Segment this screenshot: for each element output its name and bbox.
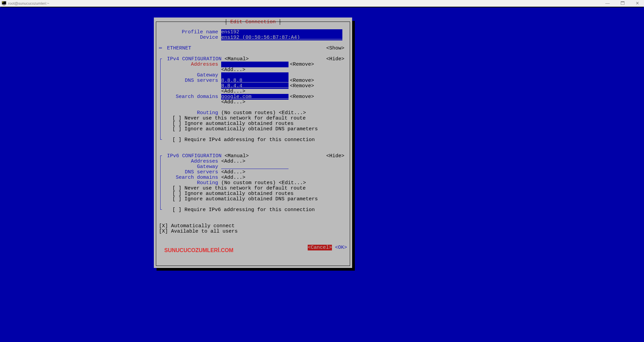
ipv6-hide-button[interactable]: <Hide>: [326, 153, 344, 159]
ipv6-ignore-dns-label: Ignore automatically obtained DNS parame…: [184, 196, 318, 202]
ipv6-require-checkbox[interactable]: [ ]: [172, 207, 181, 213]
ipv6-gateway-input[interactable]: [221, 164, 289, 169]
ipv4-routing-value: (No custom routes): [221, 110, 276, 116]
ipv4-dns1-remove-button[interactable]: <Remove>: [290, 78, 314, 83]
ipv4-address-add-button[interactable]: <Add...>: [221, 67, 245, 73]
ipv6-routing-value: (No custom routes): [221, 180, 276, 186]
all-users-label: Available to all users: [171, 229, 238, 234]
ipv6-mode-select[interactable]: <Manual>: [225, 153, 249, 159]
ipv4-ignore-dns-label: Ignore automatically obtained DNS parame…: [184, 126, 318, 132]
ipv4-ignore-dns-checkbox[interactable]: [ ]: [172, 126, 181, 132]
watermark-text: SUNUCUCOZUMLERİ.COM: [164, 247, 233, 253]
ipv6-gateway-label: Gateway: [167, 164, 218, 170]
ipv6-routing-edit-button[interactable]: <Edit...>: [279, 180, 306, 186]
ipv4-routing-label: Routing: [167, 110, 218, 116]
ipv6-routing-label: Routing: [167, 180, 218, 186]
ipv4-hide-button[interactable]: <Hide>: [326, 56, 344, 62]
auto-connect-checkbox[interactable]: [X]: [159, 223, 168, 229]
ipv4-dns2-remove-button[interactable]: <Remove>: [290, 83, 314, 89]
ipv4-routing-edit-button[interactable]: <Edit...>: [279, 110, 306, 116]
auto-connect-label: Automatically connect: [171, 223, 235, 229]
ipv4-dns-label: DNS servers: [167, 78, 218, 83]
ethernet-collapse-icon[interactable]: ═: [159, 45, 167, 51]
device-input[interactable]: ens192 (00:50:56:B7:87:A4): [221, 35, 342, 40]
ipv4-require-label: Require IPv4 addressing for this connect…: [184, 137, 315, 143]
ethernet-show-button[interactable]: <Show>: [326, 45, 344, 51]
ipv4-gateway-label: Gateway: [167, 72, 218, 78]
profile-name-label: Profile name: [167, 29, 218, 35]
ipv6-tree-open: ┌: [159, 153, 167, 159]
ok-button[interactable]: <OK>: [335, 245, 347, 250]
ipv4-dns1-input[interactable]: 8.8.8.8: [221, 78, 289, 83]
ipv4-gateway-input[interactable]: [221, 72, 289, 78]
putty-icon: [1, 1, 7, 6]
ipv4-tree-open: ┌: [159, 56, 167, 62]
ipv6-section-label: IPv6 CONFIGURATION: [167, 153, 222, 159]
ipv4-mode-select[interactable]: <Manual>: [225, 56, 249, 62]
ipv6-dns-add-button[interactable]: <Add...>: [221, 169, 245, 175]
minimize-button[interactable]: —: [602, 1, 613, 6]
cancel-button[interactable]: <Cancel>: [308, 245, 332, 250]
ipv6-require-label: Require IPv6 addressing for this connect…: [184, 207, 315, 213]
ipv6-never-default-checkbox[interactable]: [ ]: [172, 185, 181, 191]
svg-rect-1: [3, 5, 5, 5]
ipv4-dns-add-button[interactable]: <Add...>: [221, 89, 245, 94]
ipv6-address-add-button[interactable]: <Add...>: [221, 159, 245, 164]
terminal-area: ┤ Edit Connection ├ Profile name ens192 …: [0, 7, 644, 342]
ipv4-search-label: Search domains: [167, 94, 218, 100]
maximize-button[interactable]: 🗖: [617, 1, 628, 6]
profile-name-input[interactable]: ens192: [221, 29, 342, 35]
ipv6-never-default-label: Never use this network for default route: [184, 185, 306, 191]
ipv4-search-remove-button[interactable]: <Remove>: [290, 94, 314, 100]
ipv4-addresses-label: Addresses: [167, 62, 218, 67]
ipv4-dns2-input[interactable]: 8.8.4.4: [221, 83, 289, 89]
ipv6-search-label: Search domains: [167, 175, 218, 180]
ipv4-never-default-label: Never use this network for default route: [184, 115, 306, 121]
close-button[interactable]: ✕: [632, 1, 643, 6]
window-titlebar: root@sunucucozumleri:~ — 🗖 ✕: [0, 0, 644, 7]
ipv6-dns-label: DNS servers: [167, 169, 218, 175]
edit-connection-dialog: ┤ Edit Connection ├ Profile name ens192 …: [154, 18, 352, 268]
svg-rect-2: [2, 2, 3, 2]
ipv4-address-input[interactable]: [221, 62, 289, 67]
device-label: Device: [167, 35, 218, 40]
window-title: root@sunucucozumleri:~: [8, 1, 49, 5]
ipv4-require-checkbox[interactable]: [ ]: [172, 137, 181, 143]
ipv4-ignore-routes-checkbox[interactable]: [ ]: [172, 121, 181, 127]
ipv4-search-input[interactable]: google.com: [221, 94, 289, 100]
ipv6-addresses-label: Addresses: [167, 159, 218, 164]
ethernet-section-label: ETHERNET: [167, 45, 191, 51]
all-users-checkbox[interactable]: [X]: [159, 229, 168, 234]
ipv6-search-add-button[interactable]: <Add...>: [221, 175, 245, 180]
ipv6-ignore-routes-checkbox[interactable]: [ ]: [172, 191, 181, 197]
ipv4-search-add-button[interactable]: <Add...>: [221, 99, 245, 105]
ipv6-ignore-routes-label: Ignore automatically obtained routes: [184, 191, 294, 197]
ipv6-ignore-dns-checkbox[interactable]: [ ]: [172, 196, 181, 202]
ipv4-section-label: IPv4 CONFIGURATION: [167, 56, 222, 62]
ipv4-address-remove-button[interactable]: <Remove>: [290, 62, 314, 67]
ipv4-ignore-routes-label: Ignore automatically obtained routes: [184, 121, 294, 127]
ipv4-never-default-checkbox[interactable]: [ ]: [172, 115, 181, 121]
